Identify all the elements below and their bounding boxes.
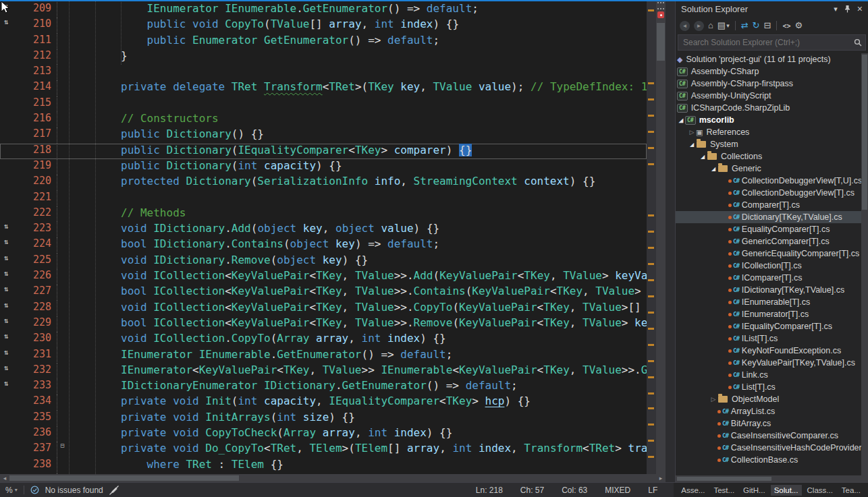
tree-item-assembly-csharp-firstpass[interactable]: C#Assembly-CSharp-firstpass — [676, 78, 861, 90]
line-number[interactable]: 228 — [12, 301, 51, 316]
line-number[interactable]: 222 — [12, 206, 51, 222]
status-char[interactable]: Ch: 57 — [520, 486, 544, 495]
code-line-222[interactable]: 222 // Methods — [0, 206, 647, 222]
tab-class[interactable]: Class... — [804, 485, 836, 496]
gutter-implements-icon[interactable]: ⇅ — [0, 269, 12, 285]
line-number[interactable]: 217 — [12, 127, 51, 143]
vscroll-thumb[interactable] — [657, 23, 665, 61]
code-line-237[interactable]: 237⊟ private void Do_CopyTo<TRet, TElem>… — [0, 442, 647, 457]
gutter-implements-icon[interactable]: ⇅ — [0, 285, 12, 300]
tree-item-link-cs[interactable]: C#Link.cs — [676, 369, 861, 381]
status-column[interactable]: Col: 63 — [562, 486, 587, 495]
code-line-213[interactable]: 213 — [0, 65, 647, 80]
code-line-223[interactable]: ⇅223 void IDictionary.Add(object key, ob… — [0, 222, 647, 237]
line-number[interactable]: 238 — [12, 458, 51, 473]
gutter-implements-icon[interactable]: ⇅ — [0, 18, 12, 33]
tree-item-caseinsensitivecomparer-cs[interactable]: C#CaseInsensitiveComparer.cs — [676, 430, 861, 442]
search-icon[interactable] — [854, 38, 862, 47]
close-icon[interactable]: × — [857, 3, 863, 14]
tree-item-assembly-csharp[interactable]: C#Assembly-CSharp — [676, 65, 861, 78]
expanded-arrow-icon[interactable]: ◢ — [688, 142, 696, 148]
expanded-arrow-icon[interactable]: ◢ — [677, 117, 685, 123]
tree-item-objectmodel[interactable]: ▷ObjectModel — [676, 393, 861, 405]
tree-item-caseinsensitivehashcodeprovider-cs[interactable]: C#CaseInsensitiveHashCodeProvider.cs — [676, 442, 861, 454]
status-line[interactable]: Ln: 218 — [476, 486, 503, 495]
tree-item-list-t-cs[interactable]: C#List[T].cs — [676, 381, 861, 393]
line-number[interactable]: 212 — [12, 49, 51, 65]
line-number[interactable]: 232 — [12, 363, 51, 379]
editor-horizontal-scrollbar[interactable]: ◂ ▸ — [0, 474, 666, 482]
zoom-control[interactable]: % ▾ — [5, 486, 18, 495]
status-eol[interactable]: LF — [648, 486, 657, 495]
line-number[interactable]: 233 — [12, 379, 51, 394]
tree-vertical-scrollbar[interactable] — [861, 53, 868, 475]
gutter-implements-icon[interactable]: ⇅ — [0, 237, 12, 253]
tree-item-iequalitycomparer-t-cs[interactable]: C#IEqualityComparer[T].cs — [676, 320, 861, 332]
line-number[interactable]: 236 — [12, 426, 51, 442]
code-line-226[interactable]: ⇅226 void ICollection<KeyValuePair<TKey,… — [0, 269, 647, 285]
tree-item-ilist-t-cs[interactable]: C#IList[T].cs — [676, 332, 861, 345]
code-line-209[interactable]: ⇅209 IEnumerator IEnumerable.GetEnumerat… — [0, 2, 647, 18]
gutter-implements-icon[interactable]: ⇅ — [0, 316, 12, 332]
window-position-icon[interactable]: ▾ — [834, 5, 838, 13]
line-number[interactable]: 229 — [12, 316, 51, 332]
gutter-implements-icon[interactable]: ⇅ — [0, 363, 12, 379]
code-line-219[interactable]: 219 public Dictionary(int capacity) {} — [0, 159, 647, 175]
line-number[interactable]: 230 — [12, 332, 51, 347]
code-lines-container[interactable]: ⇅209 IEnumerator IEnumerable.GetEnumerat… — [0, 0, 647, 474]
code-line-210[interactable]: ⇅210 public void CopyTo(TValue[] array, … — [0, 18, 647, 33]
search-box[interactable] — [678, 34, 866, 51]
line-number[interactable]: 234 — [12, 394, 51, 410]
tree-item-genericequalitycomparer-t-cs[interactable]: C#GenericEqualityComparer[T].cs — [676, 247, 861, 260]
line-number[interactable]: 211 — [12, 34, 51, 49]
error-indicator-icon[interactable] — [657, 11, 664, 18]
code-line-229[interactable]: ⇅229 bool ICollection<KeyValuePair<TKey,… — [0, 316, 647, 332]
line-number[interactable]: 224 — [12, 237, 51, 253]
expanded-arrow-icon[interactable]: ◢ — [699, 154, 707, 160]
tree-item-collections[interactable]: ◢Collections — [676, 150, 861, 163]
tree-item-assembly-unityscript[interactable]: C#Assembly-UnityScript — [676, 90, 861, 102]
hscroll-thumb[interactable] — [9, 475, 239, 481]
status-line-endings[interactable]: MIXED — [605, 486, 630, 495]
tab-asse[interactable]: Asse... — [678, 485, 708, 496]
collapse-all-icon[interactable]: ⊟ — [764, 20, 771, 31]
tree-item-references[interactable]: ▷▣References — [676, 126, 861, 138]
tree-item-icollection-t-cs[interactable]: C#ICollection[T].cs — [676, 260, 861, 272]
tab-gith[interactable]: GitH... — [740, 485, 769, 496]
nav-back-icon[interactable]: ◄ — [680, 21, 690, 31]
tree-item-equalitycomparer-t-cs[interactable]: C#EqualityComparer[T].cs — [676, 223, 861, 235]
tree-item-collectionbase-cs[interactable]: C#CollectionBase.cs — [676, 454, 861, 466]
tab-test[interactable]: Test... — [710, 485, 738, 496]
tree-item-icomparer-t-cs[interactable]: C#IComparer[T].cs — [676, 272, 861, 284]
tree-item-system[interactable]: ◢System — [676, 138, 861, 150]
line-number[interactable]: 226 — [12, 269, 51, 285]
code-line-227[interactable]: ⇅227 bool ICollection<KeyValuePair<TKey,… — [0, 285, 647, 300]
view-code-icon[interactable]: <> — [782, 22, 790, 30]
code-line-215[interactable]: 215 — [0, 96, 647, 112]
scroll-right-icon[interactable]: ▸ — [656, 474, 666, 482]
tree-item-collectiondebuggerview-t-u-cs[interactable]: C#CollectionDebuggerView[T,U].cs — [676, 175, 861, 187]
tree-item-collectiondebuggerview-t-cs[interactable]: C#CollectionDebuggerView[T].cs — [676, 187, 861, 199]
line-number[interactable]: 220 — [12, 175, 51, 190]
tree-item-ienumerator-t-cs[interactable]: C#IEnumerator[T].cs — [676, 308, 861, 320]
line-number[interactable]: 210 — [12, 18, 51, 33]
gutter-implements-icon[interactable]: ⇅ — [0, 379, 12, 394]
tab-tea[interactable]: Tea... — [838, 485, 864, 496]
code-line-236[interactable]: 236 private void CopyToCheck(Array array… — [0, 426, 647, 442]
line-number[interactable]: 227 — [12, 285, 51, 300]
line-number[interactable]: 237 — [12, 442, 51, 457]
code-line-216[interactable]: 216 // Constructors — [0, 112, 647, 127]
code-line-217[interactable]: 217 public Dictionary() {} — [0, 127, 647, 143]
home-icon[interactable]: ⌂ — [708, 20, 713, 31]
properties-icon[interactable]: ⚙ — [794, 20, 803, 31]
gutter-implements-icon[interactable]: ⇅ — [0, 254, 12, 269]
line-number[interactable]: 214 — [12, 80, 51, 96]
expanded-arrow-icon[interactable]: ◢ — [709, 166, 717, 172]
tree-item-ienumerable-t-cs[interactable]: C#IEnumerable[T].cs — [676, 296, 861, 308]
tree-item-arraylist-cs[interactable]: C#ArrayList.cs — [676, 405, 861, 417]
scope-dropdown-icon[interactable]: ▤ — [717, 20, 726, 31]
refresh-icon[interactable]: ↻ — [753, 20, 760, 31]
code-line-221[interactable]: 221 — [0, 191, 647, 206]
scroll-left-icon[interactable]: ◂ — [0, 474, 9, 482]
tree-item-dictionary-tkey-tvalue-cs[interactable]: C#Dictionary[TKey,TValue].cs — [676, 211, 861, 223]
